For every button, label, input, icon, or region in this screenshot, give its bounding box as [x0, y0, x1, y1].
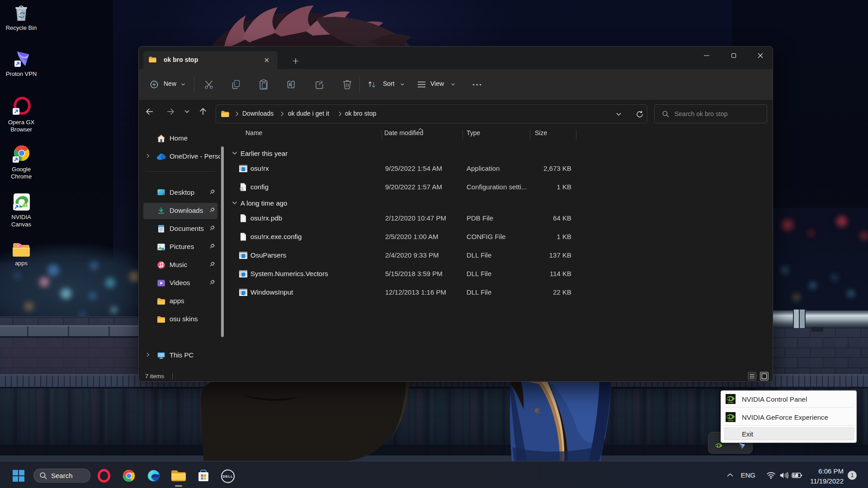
svg-text:NVIDIA: NVIDIA [728, 402, 733, 404]
svg-text:DELL: DELL [223, 474, 233, 479]
svg-text:NVIDIA: NVIDIA [728, 420, 733, 422]
